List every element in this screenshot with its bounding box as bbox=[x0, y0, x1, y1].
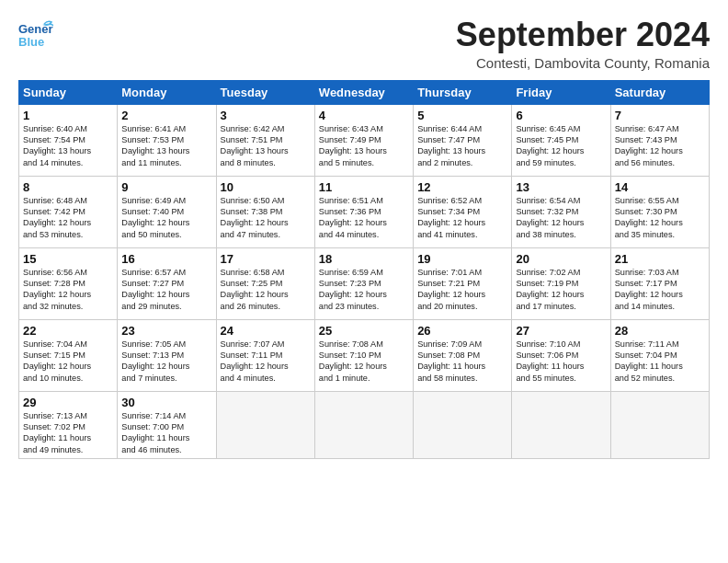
day-number: 1 bbox=[23, 109, 113, 122]
cell-daylight-info: Sunrise: 7:11 AMSunset: 7:04 PMDaylight:… bbox=[615, 339, 705, 385]
calendar-week-row: 15Sunrise: 6:56 AMSunset: 7:28 PMDayligh… bbox=[19, 247, 710, 319]
month-title: September 2024 bbox=[456, 17, 710, 53]
day-number: 24 bbox=[221, 324, 311, 338]
day-number: 9 bbox=[121, 180, 211, 194]
logo: General Blue bbox=[18, 17, 53, 52]
table-row: 11Sunrise: 6:51 AMSunset: 7:36 PMDayligh… bbox=[314, 176, 413, 247]
table-row: 15Sunrise: 6:56 AMSunset: 7:28 PMDayligh… bbox=[19, 247, 118, 319]
cell-daylight-info: Sunrise: 7:03 AMSunset: 7:17 PMDaylight:… bbox=[615, 267, 705, 313]
table-row: 5Sunrise: 6:44 AMSunset: 7:47 PMDaylight… bbox=[414, 104, 512, 176]
cell-daylight-info: Sunrise: 7:05 AMSunset: 7:13 PMDaylight:… bbox=[121, 339, 211, 385]
header-wednesday: Wednesday bbox=[314, 80, 413, 104]
day-number: 6 bbox=[516, 109, 606, 122]
day-number: 7 bbox=[615, 109, 705, 122]
cell-daylight-info: Sunrise: 7:09 AMSunset: 7:08 PMDaylight:… bbox=[417, 339, 507, 385]
table-row: 21Sunrise: 7:03 AMSunset: 7:17 PMDayligh… bbox=[610, 247, 709, 319]
cell-daylight-info: Sunrise: 7:08 AMSunset: 7:10 PMDaylight:… bbox=[319, 339, 409, 385]
table-row: 23Sunrise: 7:05 AMSunset: 7:13 PMDayligh… bbox=[118, 319, 216, 391]
day-number: 12 bbox=[417, 180, 507, 194]
cell-daylight-info: Sunrise: 6:45 AMSunset: 7:45 PMDaylight:… bbox=[516, 123, 606, 169]
cell-daylight-info: Sunrise: 6:52 AMSunset: 7:34 PMDaylight:… bbox=[417, 195, 507, 241]
day-number: 30 bbox=[121, 396, 211, 409]
cell-daylight-info: Sunrise: 7:10 AMSunset: 7:06 PMDaylight:… bbox=[516, 339, 606, 385]
weekday-header-row: Sunday Monday Tuesday Wednesday Thursday… bbox=[19, 80, 710, 104]
table-row: 17Sunrise: 6:58 AMSunset: 7:25 PMDayligh… bbox=[216, 247, 314, 319]
table-row: 3Sunrise: 6:42 AMSunset: 7:51 PMDaylight… bbox=[216, 104, 314, 176]
day-number: 21 bbox=[615, 252, 705, 266]
table-row: 18Sunrise: 6:59 AMSunset: 7:23 PMDayligh… bbox=[314, 247, 413, 319]
day-number: 5 bbox=[417, 109, 507, 122]
day-number: 18 bbox=[319, 252, 409, 266]
cell-daylight-info: Sunrise: 6:55 AMSunset: 7:30 PMDaylight:… bbox=[615, 195, 705, 241]
table-row bbox=[414, 391, 512, 459]
table-row: 20Sunrise: 7:02 AMSunset: 7:19 PMDayligh… bbox=[512, 247, 610, 319]
cell-daylight-info: Sunrise: 6:57 AMSunset: 7:27 PMDaylight:… bbox=[121, 267, 211, 313]
cell-daylight-info: Sunrise: 6:50 AMSunset: 7:38 PMDaylight:… bbox=[221, 195, 311, 241]
cell-daylight-info: Sunrise: 7:01 AMSunset: 7:21 PMDaylight:… bbox=[417, 267, 507, 313]
table-row: 24Sunrise: 7:07 AMSunset: 7:11 PMDayligh… bbox=[216, 319, 314, 391]
day-number: 11 bbox=[319, 180, 409, 194]
table-row: 9Sunrise: 6:49 AMSunset: 7:40 PMDaylight… bbox=[118, 176, 216, 247]
location-subtitle: Contesti, Dambovita County, Romania bbox=[456, 55, 710, 71]
header-monday: Monday bbox=[118, 80, 216, 104]
title-block: September 2024 Contesti, Dambovita Count… bbox=[456, 17, 710, 71]
day-number: 16 bbox=[121, 252, 211, 266]
cell-daylight-info: Sunrise: 7:14 AMSunset: 7:00 PMDaylight:… bbox=[121, 410, 211, 456]
day-number: 26 bbox=[417, 324, 507, 338]
header-sunday: Sunday bbox=[19, 80, 118, 104]
day-number: 22 bbox=[23, 324, 113, 338]
table-row: 12Sunrise: 6:52 AMSunset: 7:34 PMDayligh… bbox=[414, 176, 512, 247]
day-number: 28 bbox=[615, 324, 705, 338]
day-number: 13 bbox=[516, 180, 606, 194]
day-number: 20 bbox=[516, 252, 606, 266]
table-row: 8Sunrise: 6:48 AMSunset: 7:42 PMDaylight… bbox=[19, 176, 118, 247]
table-row: 19Sunrise: 7:01 AMSunset: 7:21 PMDayligh… bbox=[414, 247, 512, 319]
cell-daylight-info: Sunrise: 6:51 AMSunset: 7:36 PMDaylight:… bbox=[319, 195, 409, 241]
svg-text:Blue: Blue bbox=[18, 35, 44, 49]
day-number: 25 bbox=[319, 324, 409, 338]
day-number: 3 bbox=[221, 109, 311, 122]
cell-daylight-info: Sunrise: 6:40 AMSunset: 7:54 PMDaylight:… bbox=[23, 123, 113, 169]
day-number: 15 bbox=[23, 252, 113, 266]
cell-daylight-info: Sunrise: 6:41 AMSunset: 7:53 PMDaylight:… bbox=[121, 123, 211, 169]
cell-daylight-info: Sunrise: 6:58 AMSunset: 7:25 PMDaylight:… bbox=[221, 267, 311, 313]
table-row: 6Sunrise: 6:45 AMSunset: 7:45 PMDaylight… bbox=[512, 104, 610, 176]
table-row: 2Sunrise: 6:41 AMSunset: 7:53 PMDaylight… bbox=[118, 104, 216, 176]
day-number: 17 bbox=[221, 252, 311, 266]
calendar-week-row: 29Sunrise: 7:13 AMSunset: 7:02 PMDayligh… bbox=[19, 391, 710, 459]
cell-daylight-info: Sunrise: 6:43 AMSunset: 7:49 PMDaylight:… bbox=[319, 123, 409, 169]
table-row bbox=[216, 391, 314, 459]
table-row: 28Sunrise: 7:11 AMSunset: 7:04 PMDayligh… bbox=[610, 319, 709, 391]
day-number: 27 bbox=[516, 324, 606, 338]
table-row bbox=[512, 391, 610, 459]
calendar-week-row: 8Sunrise: 6:48 AMSunset: 7:42 PMDaylight… bbox=[19, 176, 710, 247]
day-number: 29 bbox=[23, 396, 113, 409]
day-number: 14 bbox=[615, 180, 705, 194]
day-number: 4 bbox=[319, 109, 409, 122]
table-row: 1Sunrise: 6:40 AMSunset: 7:54 PMDaylight… bbox=[19, 104, 118, 176]
table-row: 26Sunrise: 7:09 AMSunset: 7:08 PMDayligh… bbox=[414, 319, 512, 391]
logo-icon: General Blue bbox=[18, 17, 53, 52]
cell-daylight-info: Sunrise: 6:49 AMSunset: 7:40 PMDaylight:… bbox=[121, 195, 211, 241]
calendar-week-row: 22Sunrise: 7:04 AMSunset: 7:15 PMDayligh… bbox=[19, 319, 710, 391]
cell-daylight-info: Sunrise: 7:07 AMSunset: 7:11 PMDaylight:… bbox=[221, 339, 311, 385]
cell-daylight-info: Sunrise: 7:04 AMSunset: 7:15 PMDaylight:… bbox=[23, 339, 113, 385]
day-number: 2 bbox=[121, 109, 211, 122]
table-row: 29Sunrise: 7:13 AMSunset: 7:02 PMDayligh… bbox=[19, 391, 118, 459]
cell-daylight-info: Sunrise: 7:13 AMSunset: 7:02 PMDaylight:… bbox=[23, 410, 113, 456]
table-row: 22Sunrise: 7:04 AMSunset: 7:15 PMDayligh… bbox=[19, 319, 118, 391]
table-row bbox=[314, 391, 413, 459]
header-tuesday: Tuesday bbox=[216, 80, 314, 104]
header-friday: Friday bbox=[512, 80, 610, 104]
cell-daylight-info: Sunrise: 6:48 AMSunset: 7:42 PMDaylight:… bbox=[23, 195, 113, 241]
cell-daylight-info: Sunrise: 6:47 AMSunset: 7:43 PMDaylight:… bbox=[615, 123, 705, 169]
table-row bbox=[610, 391, 709, 459]
cell-daylight-info: Sunrise: 7:02 AMSunset: 7:19 PMDaylight:… bbox=[516, 267, 606, 313]
table-row: 27Sunrise: 7:10 AMSunset: 7:06 PMDayligh… bbox=[512, 319, 610, 391]
cell-daylight-info: Sunrise: 6:44 AMSunset: 7:47 PMDaylight:… bbox=[417, 123, 507, 169]
day-number: 19 bbox=[417, 252, 507, 266]
header-saturday: Saturday bbox=[610, 80, 709, 104]
page-header: General Blue September 2024 Contesti, Da… bbox=[18, 17, 710, 71]
cell-daylight-info: Sunrise: 6:54 AMSunset: 7:32 PMDaylight:… bbox=[516, 195, 606, 241]
cell-daylight-info: Sunrise: 6:59 AMSunset: 7:23 PMDaylight:… bbox=[319, 267, 409, 313]
